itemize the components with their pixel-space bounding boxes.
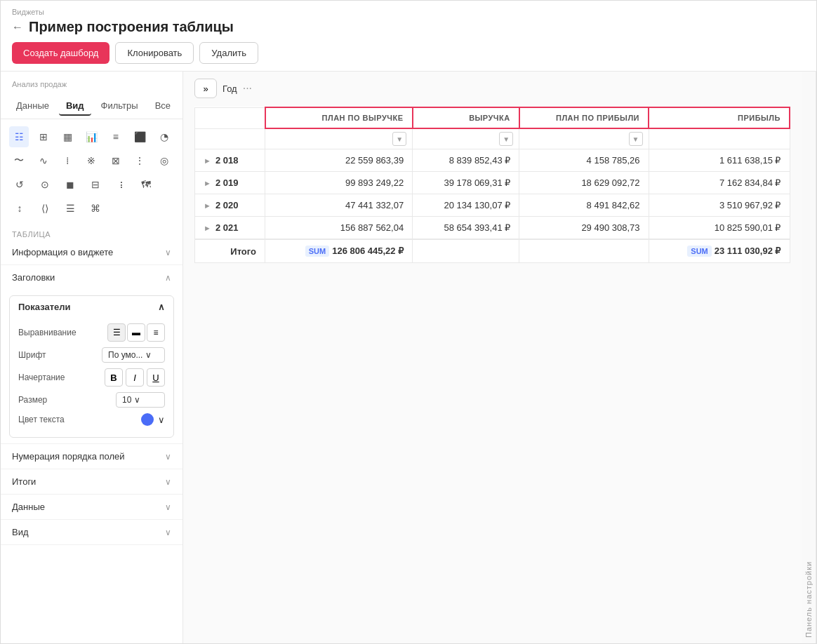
bar-chart-icon[interactable]: ▦ <box>58 126 77 147</box>
table-icon[interactable]: ☷ <box>9 126 29 147</box>
grid-icon[interactable]: ⊞ <box>33 126 53 147</box>
headers-header[interactable]: Заголовки ∧ <box>1 265 182 290</box>
bold-button[interactable]: B <box>105 368 123 387</box>
line-icon[interactable]: 〜 <box>9 150 29 171</box>
funnel-icon[interactable]: ⋮ <box>130 150 150 171</box>
size-value: 10 <box>122 395 131 405</box>
style-row: Начертание B I U <box>18 368 165 387</box>
table-row: ►2 018 22 559 863,39 8 839 852,43 ₽ 4 15… <box>195 149 790 172</box>
color-control[interactable]: ∨ <box>141 413 165 426</box>
pivot-icon[interactable]: ⊟ <box>85 174 106 195</box>
create-dashboard-button[interactable]: Создать дашборд <box>12 42 109 64</box>
cell-profit-2019: 7 162 834,84 ₽ <box>649 172 790 194</box>
numbering-header[interactable]: Нумерация порядка полей ∨ <box>1 444 182 469</box>
font-select[interactable]: По умо... ∨ <box>102 347 165 363</box>
footer-profit: SUM23 111 030,92 ₽ <box>649 239 790 263</box>
col-plan-profit: ПЛАН ПО ПРИБЫЛИ <box>519 107 649 128</box>
footer-plan-revenue: SUM126 806 445,22 ₽ <box>265 239 413 263</box>
widget-icons-grid: ☷ ⊞ ▦ 📊 ≡ ⬛ ◔ 〜 ∿ ⁞ ※ ⊠ ⋮ ◎ <box>1 119 182 226</box>
area-icon[interactable]: ∿ <box>33 150 53 171</box>
table-row: ►2 019 99 893 249,22 39 178 069,31 ₽ 18 … <box>195 172 790 194</box>
align-buttons: ☰ ▬ ≡ <box>107 323 165 342</box>
tab-data[interactable]: Данные <box>9 97 56 116</box>
filter-empty <box>195 128 265 149</box>
info-header[interactable]: Информация о виджете ∨ <box>1 240 182 264</box>
pokazateli-header[interactable]: Показатели ∧ <box>10 296 173 318</box>
data-section: Данные ∨ <box>1 495 182 520</box>
heatmap-icon[interactable]: ⊠ <box>106 150 126 171</box>
info-section: Информация о виджете ∨ <box>1 240 182 265</box>
align-left-button[interactable]: ☰ <box>107 323 126 342</box>
pokazateli-chevron: ∧ <box>158 302 165 312</box>
size-select[interactable]: 10 ∨ <box>116 392 165 408</box>
color-chevron-icon: ∨ <box>158 415 165 425</box>
totals-label: Итоги <box>12 476 36 487</box>
settings-panel-tab[interactable]: Панель настройки <box>802 72 816 643</box>
cell-plan-profit-2020: 8 491 842,62 <box>519 194 649 217</box>
bar-chart2-icon[interactable]: 📊 <box>81 126 101 147</box>
pie-icon[interactable]: ◔ <box>154 126 174 147</box>
tab-all[interactable]: Все <box>148 97 178 116</box>
year-expand-button[interactable]: » <box>194 79 217 98</box>
delete-button[interactable]: Удалить <box>199 42 258 64</box>
cards-icon[interactable]: ⬛ <box>130 126 150 147</box>
filter-profit <box>649 128 790 149</box>
waterfall-icon[interactable]: ⫶ <box>110 174 131 195</box>
italic-button[interactable]: I <box>126 368 144 387</box>
pokazateli-body: Выравнивание ☰ ▬ ≡ Шрифт По умо... <box>10 318 173 437</box>
size-chevron-icon: ∨ <box>134 395 140 405</box>
align-row: Выравнивание ☰ ▬ ≡ <box>18 323 165 342</box>
tab-view[interactable]: Вид <box>59 97 91 116</box>
cell-plan-revenue-2018: 22 559 863,39 <box>265 149 413 172</box>
refresh-icon[interactable]: ↺ <box>9 174 30 195</box>
numbering-label: Нумерация порядка полей <box>12 451 125 462</box>
footer-plan-profit <box>519 239 649 263</box>
filter-plan-profit[interactable]: ▼ <box>519 128 649 149</box>
data-header[interactable]: Данные ∨ <box>1 495 182 519</box>
numbering-chevron: ∨ <box>165 452 171 462</box>
pokazateli-section: Показатели ∧ Выравнивание ☰ ▬ ≡ <box>9 295 174 438</box>
clone-button[interactable]: Клонировать <box>115 42 194 64</box>
table-row: ►2 021 156 887 562,04 58 654 393,41 ₽ 29… <box>195 217 790 240</box>
align-center-button[interactable]: ▬ <box>127 323 145 342</box>
donut-icon[interactable]: ◎ <box>154 150 174 171</box>
font-value: По умо... <box>108 350 142 360</box>
data-label: Данные <box>12 502 45 512</box>
expand-2018-icon[interactable]: ► <box>204 156 211 165</box>
geo-icon[interactable]: 🗺 <box>135 174 157 195</box>
view-chevron: ∨ <box>165 528 171 537</box>
expand-2020-icon[interactable]: ► <box>204 201 211 210</box>
size-label: Размер <box>18 395 47 405</box>
footer-row: Итого SUM126 806 445,22 ₽ SUM23 111 030,… <box>195 239 790 263</box>
cell-profit-2018: 1 611 638,15 ₽ <box>649 149 790 172</box>
font-chevron-icon: ∨ <box>145 350 152 360</box>
scatter-icon[interactable]: ⁞ <box>58 150 77 171</box>
sum-badge: SUM <box>305 246 329 257</box>
filter-plan-revenue[interactable]: ▼ <box>265 128 413 149</box>
year-label: Год <box>222 83 237 94</box>
network-icon[interactable]: ↕ <box>9 198 30 219</box>
totals-header[interactable]: Итоги ∨ <box>1 469 182 494</box>
filter-revenue[interactable]: ▼ <box>413 128 519 149</box>
cell-revenue-2021: 58 654 393,41 ₽ <box>413 217 519 240</box>
align-right-button[interactable]: ≡ <box>147 323 165 342</box>
custom-icon[interactable]: ⌘ <box>85 198 106 219</box>
metric-icon[interactable]: ◼ <box>60 174 81 195</box>
combo-icon[interactable]: ※ <box>81 150 101 171</box>
list-icon[interactable]: ≡ <box>106 126 126 147</box>
tab-filters[interactable]: Фильтры <box>94 97 145 116</box>
gauge-icon[interactable]: ⊙ <box>34 174 55 195</box>
expand-2021-icon[interactable]: ► <box>204 224 211 232</box>
cell-plan-revenue-2019: 99 893 249,22 <box>265 172 413 194</box>
header: Виджеты ← Пример построения таблицы Созд… <box>1 1 816 72</box>
html-icon[interactable]: ⟨⟩ <box>34 198 55 219</box>
cell-profit-2021: 10 825 590,01 ₽ <box>649 217 790 240</box>
toolbar: Создать дашборд Клонировать Удалить <box>12 42 805 67</box>
back-button[interactable]: ← <box>12 21 23 34</box>
cell-plan-revenue-2021: 156 887 562,04 <box>265 217 413 240</box>
numbering-section: Нумерация порядка полей ∨ <box>1 444 182 469</box>
underline-button[interactable]: U <box>147 368 165 387</box>
expand-2019-icon[interactable]: ► <box>204 179 211 187</box>
list2-icon[interactable]: ☰ <box>60 198 81 219</box>
view-header[interactable]: Вид ∨ <box>1 520 182 544</box>
